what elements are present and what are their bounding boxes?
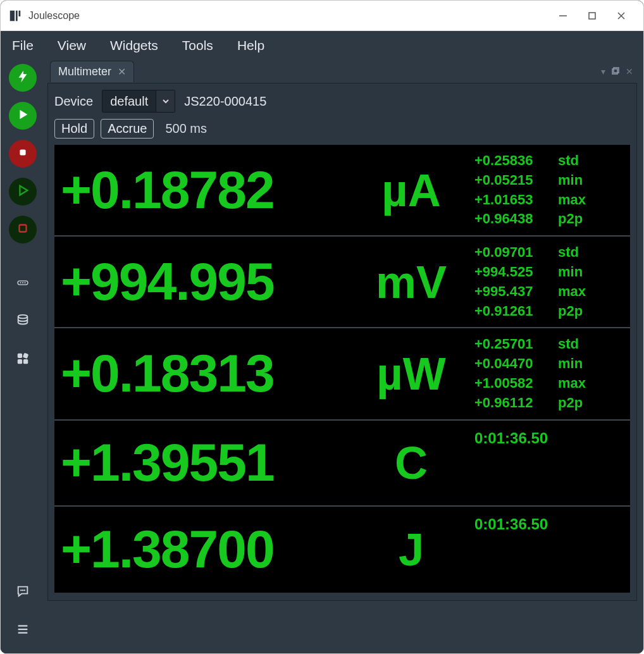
reading-unit: C [348,437,474,489]
svg-rect-14 [18,354,22,358]
device-select[interactable]: default [102,90,175,113]
stat-lab: p2p [558,209,590,229]
hamburger-button[interactable] [9,617,37,645]
svg-rect-15 [23,353,28,359]
tab-close-button[interactable]: ✕ [118,66,126,78]
stat-lab: max [558,374,590,393]
widgets-button[interactable] [9,346,37,374]
record-stop-button[interactable] [9,216,37,244]
more-button[interactable] [9,270,37,298]
stat-val: +0.05215 [474,171,549,190]
stat-lab: max [558,190,590,210]
stat-lab: std [558,335,590,354]
svg-rect-16 [18,359,22,364]
hold-button[interactable]: Hold [54,119,94,139]
menu-widgets[interactable]: Widgets [110,38,158,53]
chevron-down-icon [156,90,175,112]
svg-rect-8 [20,225,27,232]
stat-lab: min [558,171,590,190]
menu-file[interactable]: File [12,38,34,53]
interval-label: 500 ms [165,121,207,136]
window-minimize-button[interactable] [548,3,578,28]
app-window: Joulescope File View Widgets Tools Help [0,0,644,654]
stat-val: +1.00582 [474,374,549,393]
stat-val: +1.01653 [474,190,549,210]
reading-value: +994.995 [61,251,348,312]
tab-undock-icon[interactable] [612,66,619,77]
feedback-button[interactable] [9,579,37,607]
stat-val: +0.96112 [474,393,549,413]
stat-val: +0.25701 [474,335,549,354]
reading-time: 0:01:36.50 [474,427,620,447]
stat-lab: min [558,354,590,374]
stat-val: +0.25836 [474,151,549,171]
svg-point-11 [22,282,23,283]
tab-close-all-icon[interactable]: ✕ [626,66,633,77]
reading-current: +0.18782 µA +0.25836std +0.05215min +1.0… [54,145,630,237]
svg-rect-24 [612,69,617,74]
reading-stats: +0.09701std +994.525min +995.437max +0.9… [474,243,620,321]
accrue-button[interactable]: Accrue [101,119,154,139]
reading-value: +0.18313 [61,343,348,404]
menu-tools[interactable]: Tools [182,38,213,53]
storage-button[interactable] [9,308,37,336]
close-icon: ✕ [118,66,126,77]
reading-unit: µW [348,348,474,400]
play-outline-icon [16,183,30,200]
stat-val: +0.09701 [474,243,549,262]
readings: +0.18782 µA +0.25836std +0.05215min +1.0… [54,145,630,593]
svg-rect-1 [16,10,18,21]
device-label: Device [54,94,93,109]
stop-outline-icon [16,221,30,238]
control-row: Hold Accrue 500 ms [54,119,630,139]
svg-point-20 [24,589,25,591]
window-maximize-button[interactable] [578,3,607,28]
chat-icon [16,584,30,601]
menu-help[interactable]: Help [237,38,264,53]
svg-point-18 [20,589,22,591]
hamburger-icon [16,622,30,639]
widgets-icon [16,352,30,368]
stat-lab: p2p [558,302,590,321]
stop-button[interactable] [9,140,37,168]
stat-lab: std [558,151,590,171]
reading-unit: µA [348,164,474,216]
reading-voltage: +994.995 mV +0.09701std +994.525min +995… [54,237,630,328]
titlebar: Joulescope [1,1,643,31]
power-button[interactable] [9,64,37,92]
svg-rect-4 [589,13,595,19]
app-icon [8,9,22,23]
database-icon [16,314,30,330]
reading-power: +0.18313 µW +0.25701std +0.04470min +1.0… [54,328,630,420]
main-area: Multimeter ✕ ▾ ✕ Device def [45,60,643,653]
menu-view[interactable]: View [58,38,86,53]
play-icon [16,108,30,124]
dots-icon [16,276,30,292]
tabstrip-controls: ▾ ✕ [601,66,637,77]
bolt-icon [16,70,30,86]
reading-stats: +0.25701std +0.04470min +1.00582max +0.9… [474,335,620,412]
play-button[interactable] [9,102,37,130]
svg-rect-25 [614,68,619,73]
tab-multimeter[interactable]: Multimeter ✕ [50,61,134,82]
reading-energy: +1.38700 J 0:01:36.50 [54,507,630,593]
tab-menu-icon[interactable]: ▾ [601,66,605,77]
svg-point-10 [20,282,22,283]
record-play-button[interactable] [9,178,37,206]
stop-icon [16,145,30,162]
left-toolbar [1,60,45,653]
reading-stats: +0.25836std +0.05215min +1.01653max +0.9… [474,151,620,229]
window-close-button[interactable] [607,3,636,28]
svg-rect-17 [23,359,28,364]
tab-label: Multimeter [58,65,111,78]
svg-point-13 [18,315,28,319]
svg-point-19 [22,589,23,591]
stat-val: +0.91261 [474,302,549,321]
svg-rect-2 [19,10,21,16]
stat-lab: min [558,262,590,282]
reading-value: +1.38700 [61,519,348,580]
reading-unit: J [348,524,474,576]
reading-time: 0:01:36.50 [474,513,620,533]
device-select-value: default [102,90,156,112]
tabstrip: Multimeter ✕ ▾ ✕ [47,60,637,83]
